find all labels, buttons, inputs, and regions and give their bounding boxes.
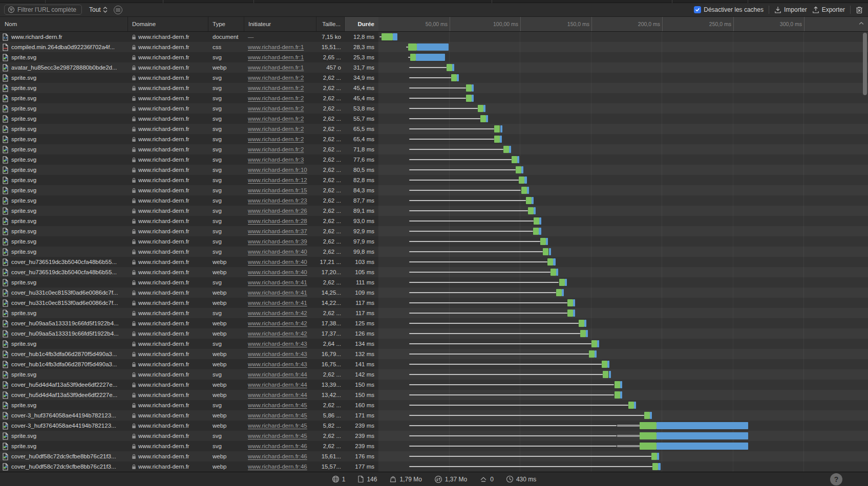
waterfall-cell[interactable] xyxy=(378,124,868,134)
initiator-link[interactable]: www.richard-dern.fr:42 xyxy=(248,330,307,337)
waterfall-cell[interactable] xyxy=(378,277,868,288)
initiator-link[interactable]: www.richard-dern.fr:10 xyxy=(248,167,307,173)
initiator-link[interactable]: www.richard-dern.fr:15 xyxy=(248,187,307,193)
network-request-row[interactable]: cover_hub1c4fb3dfa06d2870f5d490a3...www.… xyxy=(0,349,868,359)
clear-network-items-button[interactable] xyxy=(856,6,863,14)
waterfall-cell[interactable] xyxy=(378,298,868,308)
waterfall-cell[interactable] xyxy=(378,144,868,154)
waterfall-cell[interactable] xyxy=(378,441,868,451)
waterfall-cell[interactable] xyxy=(378,103,868,114)
network-request-row[interactable]: sprite.svgwww.richard-dern.frsvgwww.rich… xyxy=(0,339,868,349)
filter-options-button[interactable] xyxy=(114,6,122,14)
waterfall-cell[interactable] xyxy=(378,93,868,103)
waterfall-cell[interactable] xyxy=(378,288,868,298)
initiator-link[interactable]: www.richard-dern.fr:1 xyxy=(248,54,304,60)
network-request-row[interactable]: sprite.svgwww.richard-dern.frsvgwww.rich… xyxy=(0,165,868,175)
import-button[interactable]: Importer xyxy=(774,6,807,14)
waterfall-cell[interactable] xyxy=(378,226,868,236)
network-request-row[interactable]: sprite.svgwww.richard-dern.frsvgwww.rich… xyxy=(0,93,868,103)
column-header-name[interactable]: Nom xyxy=(0,17,128,31)
export-button[interactable]: Exporter xyxy=(812,6,845,14)
network-request-row[interactable]: cover_hu736519dc3b5040cfa48b6b55...www.r… xyxy=(0,257,868,267)
initiator-link[interactable]: www.richard-dern.fr:2 xyxy=(248,85,304,91)
resource-type-select[interactable]: Tout xyxy=(89,6,108,13)
waterfall-cell[interactable] xyxy=(378,339,868,349)
initiator-link[interactable]: www.richard-dern.fr:44 xyxy=(248,382,307,388)
url-filter-field[interactable] xyxy=(4,5,82,15)
initiator-link[interactable]: www.richard-dern.fr:43 xyxy=(248,351,307,357)
initiator-link[interactable]: www.richard-dern.fr:44 xyxy=(248,371,307,378)
waterfall-cell[interactable] xyxy=(378,421,868,431)
waterfall-cell[interactable] xyxy=(378,52,868,62)
initiator-link[interactable]: www.richard-dern.fr:26 xyxy=(248,208,307,214)
waterfall-cell[interactable] xyxy=(378,318,868,328)
network-request-row[interactable]: sprite.svgwww.richard-dern.frsvgwww.rich… xyxy=(0,83,868,93)
network-request-row[interactable]: sprite.svgwww.richard-dern.frsvgwww.rich… xyxy=(0,103,868,114)
network-request-row[interactable]: sprite.svgwww.richard-dern.frsvgwww.rich… xyxy=(0,195,868,206)
waterfall-cell[interactable] xyxy=(378,134,868,144)
network-request-row[interactable]: sprite.svgwww.richard-dern.frsvgwww.rich… xyxy=(0,134,868,144)
initiator-link[interactable]: www.richard-dern.fr:2 xyxy=(248,116,304,122)
initiator-link[interactable]: www.richard-dern.fr:37 xyxy=(248,228,307,234)
network-request-row[interactable]: sprite.svgwww.richard-dern.frsvgwww.rich… xyxy=(0,144,868,154)
initiator-link[interactable]: www.richard-dern.fr:43 xyxy=(248,361,307,367)
waterfall-cell[interactable] xyxy=(378,73,868,83)
waterfall-cell[interactable] xyxy=(378,195,868,206)
waterfall-cell[interactable] xyxy=(378,390,868,400)
network-request-row[interactable]: sprite.svgwww.richard-dern.frsvgwww.rich… xyxy=(0,431,868,441)
initiator-link[interactable]: www.richard-dern.fr:2 xyxy=(248,95,304,101)
waterfall-cell[interactable] xyxy=(378,83,868,93)
initiator-link[interactable]: www.richard-dern.fr:2 xyxy=(248,146,304,152)
initiator-link[interactable]: www.richard-dern.fr:45 xyxy=(248,402,307,408)
column-header-initiator[interactable]: Initiateur xyxy=(244,17,316,31)
waterfall-cell[interactable] xyxy=(378,185,868,195)
disable-caches-control[interactable]: Désactiver les caches xyxy=(694,6,764,13)
network-request-row[interactable]: www.richard-dern.frwww.richard-dern.frdo… xyxy=(0,32,868,42)
initiator-link[interactable]: www.richard-dern.fr:40 xyxy=(248,249,307,255)
column-header-duration[interactable]: Durée xyxy=(345,17,378,31)
network-request-row[interactable]: sprite.svgwww.richard-dern.frsvgwww.rich… xyxy=(0,206,868,216)
initiator-link[interactable]: www.richard-dern.fr:40 xyxy=(248,269,307,275)
column-header-type[interactable]: Type xyxy=(208,17,244,31)
waterfall-cell[interactable] xyxy=(378,114,868,124)
network-request-row[interactable]: cover_hu5d4d4af13a53f9dee6df2227e...www.… xyxy=(0,380,868,390)
waterfall-cell[interactable] xyxy=(378,359,868,369)
initiator-link[interactable]: www.richard-dern.fr:2 xyxy=(248,75,304,81)
initiator-link[interactable]: www.richard-dern.fr:41 xyxy=(248,279,307,285)
waterfall-cell[interactable] xyxy=(378,206,868,216)
waterfall-cell[interactable] xyxy=(378,62,868,73)
waterfall-cell[interactable] xyxy=(378,236,868,247)
network-request-row[interactable]: csscompiled.min.264dba0d92236f702a4f...w… xyxy=(0,42,868,52)
network-request-row[interactable]: sprite.svgwww.richard-dern.frsvgwww.rich… xyxy=(0,277,868,288)
initiator-link[interactable]: www.richard-dern.fr:39 xyxy=(248,238,307,245)
disable-caches-checkbox[interactable] xyxy=(694,6,701,13)
initiator-link[interactable]: www.richard-dern.fr:12 xyxy=(248,177,307,183)
network-request-row[interactable]: sprite.svgwww.richard-dern.frsvgwww.rich… xyxy=(0,185,868,195)
network-request-row[interactable]: sprite.svgwww.richard-dern.frsvgwww.rich… xyxy=(0,369,868,380)
waterfall-cell[interactable] xyxy=(378,380,868,390)
initiator-link[interactable]: www.richard-dern.fr:42 xyxy=(248,310,307,316)
waterfall-cell[interactable] xyxy=(378,461,868,472)
initiator-link[interactable]: www.richard-dern.fr:46 xyxy=(248,463,307,470)
waterfall-cell[interactable] xyxy=(378,154,868,165)
initiator-link[interactable]: www.richard-dern.fr:46 xyxy=(248,443,307,449)
help-button[interactable]: ? xyxy=(830,473,842,485)
initiator-link[interactable]: www.richard-dern.fr:45 xyxy=(248,412,307,418)
initiator-link[interactable]: www.richard-dern.fr:45 xyxy=(248,433,307,439)
network-request-row[interactable]: cover_hu0df58c72dc9cfbe8bb76c21f3...www.… xyxy=(0,451,868,461)
network-request-row[interactable]: cover-3_huf3764058ae44194b782123...www.r… xyxy=(0,410,868,421)
waterfall-cell[interactable] xyxy=(378,410,868,421)
network-request-row[interactable]: sprite.svgwww.richard-dern.frsvgwww.rich… xyxy=(0,216,868,226)
network-request-row[interactable]: sprite.svgwww.richard-dern.frsvgwww.rich… xyxy=(0,400,868,410)
network-request-row[interactable]: sprite.svgwww.richard-dern.frsvgwww.rich… xyxy=(0,114,868,124)
initiator-link[interactable]: www.richard-dern.fr:41 xyxy=(248,300,307,306)
waterfall-cell[interactable] xyxy=(378,328,868,339)
waterfall-cell[interactable] xyxy=(378,349,868,359)
network-request-row[interactable]: cover-3_huf3764058ae44194b782123...www.r… xyxy=(0,421,868,431)
waterfall-cell[interactable] xyxy=(378,175,868,185)
initiator-link[interactable]: www.richard-dern.fr:46 xyxy=(248,453,307,459)
initiator-link[interactable]: www.richard-dern.fr:23 xyxy=(248,197,307,204)
initiator-link[interactable]: www.richard-dern.fr:44 xyxy=(248,392,307,398)
network-request-row[interactable]: sprite.svgwww.richard-dern.frsvgwww.rich… xyxy=(0,73,868,83)
initiator-link[interactable]: www.richard-dern.fr:42 xyxy=(248,320,307,326)
